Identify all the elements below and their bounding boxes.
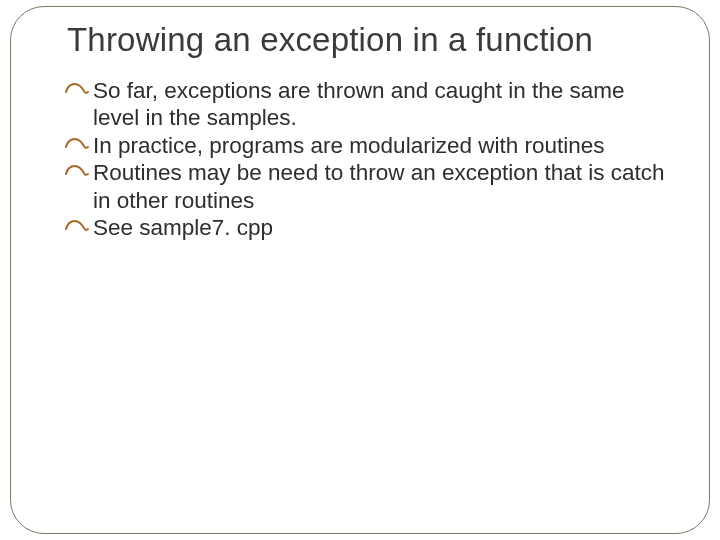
list-item: So far, exceptions are thrown and caught… (67, 77, 671, 132)
swirl-icon (65, 80, 89, 98)
bullet-text: In practice, programs are modularized wi… (93, 133, 604, 158)
list-item: Routines may be need to throw an excepti… (67, 159, 671, 214)
bullet-text: So far, exceptions are thrown and caught… (93, 78, 625, 130)
list-item: See sample7. cpp (67, 214, 671, 241)
swirl-icon (65, 162, 89, 180)
swirl-icon (65, 135, 89, 153)
bullet-list: So far, exceptions are thrown and caught… (67, 77, 671, 242)
bullet-text: Routines may be need to throw an excepti… (93, 160, 665, 212)
list-item: In practice, programs are modularized wi… (67, 132, 671, 159)
slide-frame: Throwing an exception in a function So f… (10, 6, 710, 534)
swirl-icon (65, 217, 89, 235)
slide-title: Throwing an exception in a function (67, 21, 671, 59)
bullet-text: See sample7. cpp (93, 215, 273, 240)
